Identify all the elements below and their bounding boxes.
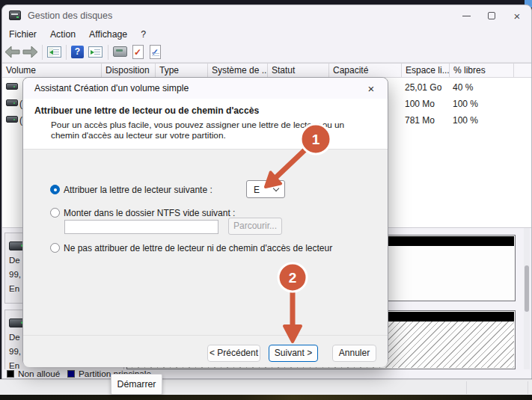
menu-fichier[interactable]: Fichier xyxy=(2,28,43,41)
new-simple-volume-wizard: Assistant Création d'un volume simple × … xyxy=(22,77,388,366)
desktop-wallpaper-strip xyxy=(0,395,532,400)
column-filler xyxy=(514,64,531,77)
dialog-header: Attribuer une lettre de lecteur ou de ch… xyxy=(23,99,388,150)
mount-path-input[interactable] xyxy=(64,220,218,234)
column-espace[interactable]: Espace li... xyxy=(402,64,450,77)
task-list-icon[interactable]: ✓ xyxy=(150,45,161,59)
disk-size: 99, xyxy=(9,347,21,356)
menu-affichage[interactable]: Affichage xyxy=(82,28,134,41)
console-window-icon[interactable] xyxy=(113,46,127,57)
legend-swatch-unallocated xyxy=(7,370,14,378)
column-capacite[interactable]: Capacité xyxy=(329,64,402,77)
toolbar-separator xyxy=(66,45,67,60)
disk-management-app-icon xyxy=(9,10,21,20)
toolbar-separator xyxy=(42,45,43,60)
free-space-value: 781 Mo xyxy=(405,115,435,126)
menu-bar: Fichier Action Affichage ? xyxy=(2,26,531,42)
red-check-icon: ✓ xyxy=(134,47,141,58)
close-icon: × xyxy=(368,82,375,95)
toolbar-separator xyxy=(108,45,108,60)
maximize-icon xyxy=(488,12,495,19)
taskbar-separator xyxy=(528,381,528,394)
toolbar: ? ✓ ✓ xyxy=(2,42,531,63)
menu-help[interactable]: ? xyxy=(134,28,153,41)
drive-letter-dropdown[interactable]: E xyxy=(246,180,285,198)
dialog-heading: Attribuer une lettre de lecteur ou de ch… xyxy=(34,105,259,116)
free-percent-value: 40 % xyxy=(453,82,473,93)
volume-icon xyxy=(6,83,18,90)
free-space-value: 25,01 Go xyxy=(405,82,441,93)
radio-mount-folder-label: Monter dans le dossier NTFS vide suivant… xyxy=(64,208,235,218)
close-icon: × xyxy=(514,10,521,22)
action-pane-icon[interactable] xyxy=(88,46,103,58)
chevron-down-icon xyxy=(273,185,279,191)
radio-assign-letter[interactable] xyxy=(50,185,60,194)
free-percent-value: 100 % xyxy=(453,115,478,126)
volume-icon xyxy=(6,99,18,106)
column-disposition[interactable]: Disposition xyxy=(102,64,156,77)
vertical-scrollbar[interactable] xyxy=(524,228,530,369)
menu-action[interactable]: Action xyxy=(43,28,82,41)
maximize-button[interactable] xyxy=(479,5,504,26)
help-icon[interactable]: ? xyxy=(71,46,84,58)
minimize-button[interactable] xyxy=(453,5,479,26)
radio-mount-folder[interactable] xyxy=(50,208,60,218)
dialog-description-line2: chemin d'accès au lecteur sur votre part… xyxy=(51,130,226,141)
dialog-footer: < Précédent Suivant > Annuler xyxy=(23,335,388,367)
browse-button[interactable]: Parcourir... xyxy=(228,218,282,235)
drive-letter-value: E xyxy=(254,185,260,195)
cancel-button[interactable]: Annuler xyxy=(332,345,376,362)
legend-swatch-primary xyxy=(67,370,75,378)
column-libres[interactable]: % libres xyxy=(450,64,514,77)
radio-assign-letter-label: Attribuer la lettre de lecteur suivante … xyxy=(64,185,213,195)
column-systeme[interactable]: Système de ... xyxy=(208,64,268,77)
taskbar-separator xyxy=(466,381,467,394)
start-button-tooltip: Démarrer xyxy=(111,374,162,395)
free-percent-value: 100 % xyxy=(453,99,478,109)
next-button[interactable]: Suivant > xyxy=(269,345,318,362)
column-volume[interactable]: Volume xyxy=(2,64,102,77)
forward-icon[interactable] xyxy=(22,46,38,58)
disk-name: De xyxy=(9,333,20,342)
disk-size: 99, xyxy=(9,270,21,279)
legend-label-unallocated: Non alloué xyxy=(18,369,60,379)
column-type[interactable]: Type xyxy=(156,64,208,77)
legend-bar: Non alloué Partition principale xyxy=(2,369,531,380)
scrollbar-thumb[interactable] xyxy=(525,265,529,312)
close-button[interactable]: × xyxy=(504,5,530,26)
dialog-description-line1: Pour un accès plus facile, vous pouvez a… xyxy=(51,120,344,130)
volume-table-header: Volume Disposition Type Système de ... S… xyxy=(2,63,531,78)
radio-no-letter-label: Ne pas attribuer de lettre de lecteur ni… xyxy=(64,243,332,253)
console-tree-icon[interactable] xyxy=(47,46,61,58)
back-icon[interactable] xyxy=(4,46,20,58)
disk-status: En xyxy=(9,284,19,293)
free-space-value: 100 Mo xyxy=(405,99,435,109)
title-bar[interactable]: Gestion des disques × xyxy=(2,5,531,26)
column-statut[interactable]: Statut xyxy=(268,64,329,77)
dialog-title-bar[interactable]: Assistant Création d'un volume simple × xyxy=(23,78,388,99)
taskbar[interactable] xyxy=(0,379,532,395)
dialog-close-button[interactable]: × xyxy=(356,78,386,99)
volume-icon xyxy=(6,116,18,123)
radio-no-letter[interactable] xyxy=(50,243,60,253)
minimize-icon xyxy=(462,16,471,16)
dialog-title: Assistant Création d'un volume simple xyxy=(34,83,189,93)
check-disk-icon[interactable]: ✓ xyxy=(132,45,144,59)
window-title: Gestion des disques xyxy=(28,10,112,21)
back-button[interactable]: < Précédent xyxy=(207,345,260,362)
disk-name: De xyxy=(9,256,20,265)
